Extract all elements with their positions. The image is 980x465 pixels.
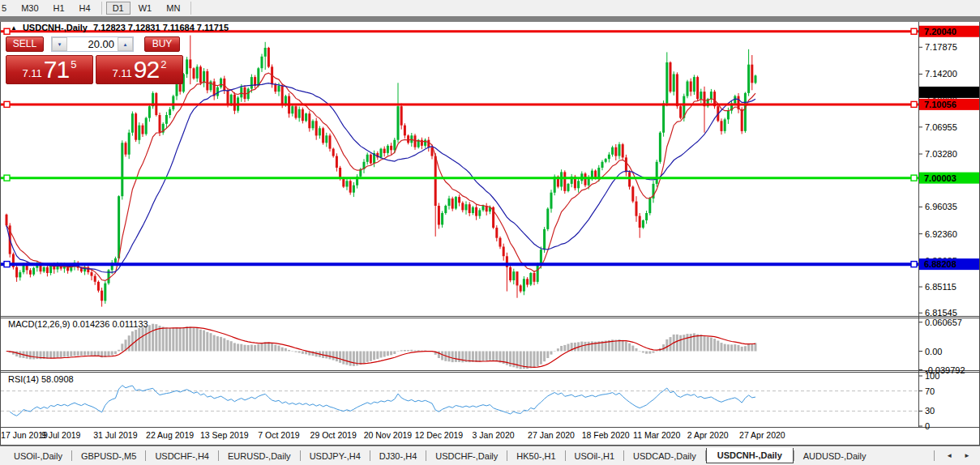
- candle-body: [679, 106, 682, 117]
- chart-tab[interactable]: USOil-,H1: [566, 448, 624, 464]
- chart-tab[interactable]: USDCAD-,Daily: [624, 448, 705, 464]
- timeframe-button-h1[interactable]: H1: [47, 2, 71, 15]
- macd-bar: [244, 345, 246, 352]
- level-line-anchor[interactable]: [4, 101, 10, 107]
- macd-bar: [400, 350, 403, 351]
- level-line-anchor[interactable]: [911, 101, 917, 107]
- macd-bar: [404, 350, 406, 352]
- candle-body: [523, 279, 525, 291]
- macd-bar: [543, 352, 546, 362]
- candle-body: [186, 59, 188, 74]
- sell-price-sup: 5: [71, 58, 76, 70]
- level-line-anchor[interactable]: [911, 175, 917, 181]
- candle-body: [121, 143, 123, 196]
- candle-body: [614, 147, 617, 156]
- volume-input[interactable]: [67, 37, 118, 51]
- candle-body: [448, 198, 451, 206]
- level-line-anchor[interactable]: [4, 175, 10, 181]
- macd-bar: [189, 326, 191, 351]
- macd-bar: [417, 350, 420, 351]
- buy-button[interactable]: BUY: [144, 36, 180, 52]
- macd-bar: [77, 352, 79, 356]
- macd-bar: [80, 352, 83, 356]
- candle-body: [244, 87, 246, 99]
- macd-bar: [656, 351, 658, 352]
- volume-decrease-button[interactable]: ▼: [52, 37, 67, 51]
- chart-title: USDCNH-,Daily: [23, 23, 88, 32]
- chart-tab[interactable]: EURUSD-,Daily: [219, 448, 300, 464]
- macd-bar: [261, 343, 263, 352]
- chart-tab[interactable]: HK50-,H1: [507, 448, 564, 464]
- candle-body: [336, 156, 338, 168]
- macd-bar: [489, 352, 491, 360]
- macd-bar: [636, 348, 638, 352]
- candle-body: [424, 140, 426, 146]
- candle-body: [353, 186, 355, 193]
- candle-body: [687, 82, 689, 96]
- timeframe-button-d1[interactable]: D1: [106, 2, 131, 15]
- macd-bar: [588, 342, 590, 352]
- macd-bar: [83, 352, 86, 356]
- macd-bar: [271, 343, 273, 352]
- chart-tab[interactable]: AUDUSD-,Daily: [794, 448, 875, 464]
- macd-bar: [118, 350, 120, 352]
- macd-bar: [648, 352, 651, 354]
- timeframe-button-mn[interactable]: MN: [160, 2, 186, 15]
- timeframe-button-h4[interactable]: H4: [73, 2, 97, 15]
- chart-tab[interactable]: USDCHF-,H4: [146, 448, 218, 464]
- volume-increase-button[interactable]: ▲: [118, 37, 133, 51]
- candle-body: [605, 159, 607, 162]
- macd-bar: [363, 352, 366, 364]
- candle-body: [465, 204, 468, 210]
- candle-body: [189, 59, 191, 68]
- macd-bar: [373, 352, 375, 360]
- tab-scroll-right-icon[interactable]: ►: [964, 452, 970, 459]
- candle-body: [700, 92, 702, 99]
- macd-bar: [114, 352, 117, 355]
- date-axis-label: 11 Mar 2020: [633, 430, 680, 440]
- chart-tab[interactable]: DJ30-,H4: [370, 448, 426, 464]
- candle-body: [659, 133, 661, 162]
- macd-bar: [237, 343, 239, 351]
- current-price-label: 7.11715: [924, 87, 956, 97]
- macd-bar: [142, 327, 144, 351]
- macd-bar: [458, 352, 460, 362]
- chart-tab[interactable]: USDCHF-,Daily: [426, 448, 507, 464]
- macd-bar: [631, 346, 634, 352]
- macd-bar: [383, 352, 386, 357]
- chart-tab[interactable]: GBPUSD-,M5: [72, 448, 145, 464]
- buy-price-panel[interactable]: 7.11 92 2: [96, 55, 183, 84]
- macd-bar: [285, 348, 287, 352]
- timeframe-button-5[interactable]: 5: [0, 2, 13, 15]
- chart-tab[interactable]: USDJPY-,H4: [301, 448, 370, 464]
- macd-bar: [512, 352, 515, 368]
- candle-body: [516, 271, 519, 285]
- price-axis-label: 7.03280: [925, 149, 957, 159]
- candle-body: [543, 229, 546, 250]
- level-line-anchor[interactable]: [4, 262, 10, 267]
- macd-bar: [380, 352, 383, 358]
- chart-tab[interactable]: USDCNH-,Daily: [706, 448, 794, 464]
- timeframe-button-m30[interactable]: M30: [15, 2, 45, 15]
- macd-bar: [281, 348, 284, 352]
- level-line-anchor[interactable]: [911, 28, 917, 34]
- macd-bar: [32, 352, 35, 360]
- tab-scroll-left-icon[interactable]: ◄: [946, 452, 952, 459]
- candle-body: [223, 79, 225, 90]
- candle-body: [114, 258, 117, 262]
- chart-collapse-icon[interactable]: ▲: [11, 24, 17, 32]
- timeframe-button-w1[interactable]: W1: [132, 2, 159, 15]
- candle-body: [636, 202, 638, 216]
- candle-body: [148, 106, 151, 117]
- rsi-axis-label: 70: [925, 386, 935, 396]
- sell-price-panel[interactable]: 7.11 71 5: [6, 55, 93, 84]
- macd-bar: [713, 339, 716, 351]
- chart-tab[interactable]: USOil-,Daily: [5, 448, 71, 464]
- macd-bar: [29, 352, 32, 360]
- date-axis-label: 12 Dec 2019: [415, 430, 464, 440]
- sell-button[interactable]: SELL: [6, 36, 44, 52]
- level-line-anchor[interactable]: [911, 262, 917, 267]
- level-line-anchor[interactable]: [4, 28, 10, 34]
- candle-body: [461, 203, 464, 210]
- candle-body: [755, 75, 757, 83]
